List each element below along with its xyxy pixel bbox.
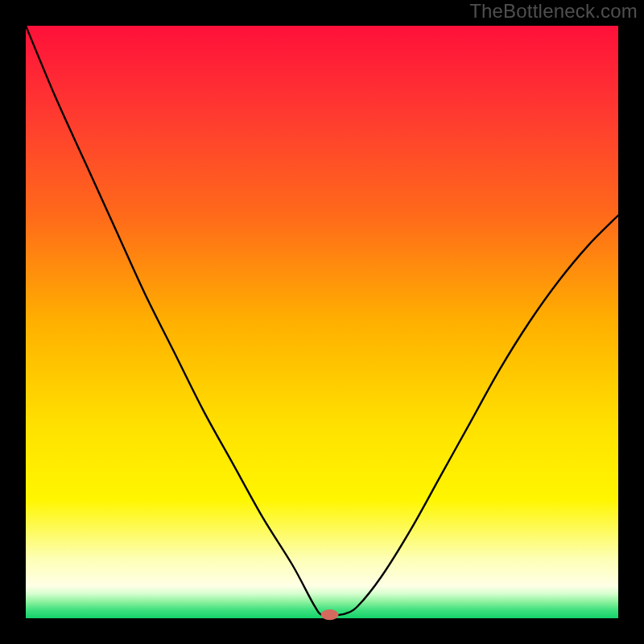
watermark-text: TheBottleneck.com (469, 0, 638, 23)
chart-frame: TheBottleneck.com (0, 0, 644, 644)
bottleneck-chart (0, 0, 644, 644)
optimal-point-marker (321, 609, 339, 620)
